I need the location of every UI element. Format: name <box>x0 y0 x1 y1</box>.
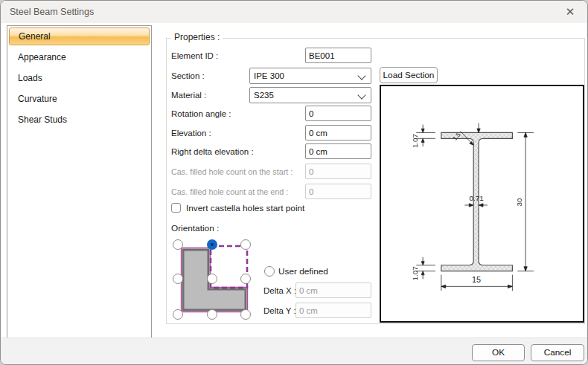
steel-beam-settings-dialog: Steel Beam Settings ✕ General Appearance… <box>0 0 588 365</box>
right-delta-elevation-input[interactable] <box>305 143 371 159</box>
elevation-input[interactable] <box>305 125 371 140</box>
right-delta-elevation-label: Right delta elevation : <box>171 143 254 160</box>
orientation-radio-center[interactable] <box>207 274 217 284</box>
delta-x-label: Delta X : <box>263 282 296 299</box>
i-beam-drawing: 1.07 1.5 0.71 <box>381 86 583 321</box>
sidebar-item-curvature[interactable]: Curvature <box>7 88 151 109</box>
orientation-radio-bottom-right[interactable] <box>240 309 251 320</box>
load-section-button[interactable]: Load Section <box>380 67 438 83</box>
orientation-radio-bottom-left[interactable] <box>173 309 183 320</box>
delta-x-input <box>295 282 371 298</box>
delta-y-label: Delta Y : <box>263 303 296 319</box>
orientation-label: Orientation : <box>171 220 219 236</box>
dialog-footer: OK Cancel <box>1 337 587 365</box>
close-button[interactable]: ✕ <box>557 1 583 23</box>
dim-width-text: 15 <box>472 275 481 284</box>
rotation-angle-input[interactable] <box>305 106 371 121</box>
chevron-down-icon <box>357 91 365 99</box>
section-value: IPE 300 <box>254 68 284 83</box>
elevation-label: Elevation : <box>171 125 211 141</box>
material-value: S235 <box>254 88 274 103</box>
orientation-radio-bottom-center[interactable] <box>207 309 217 320</box>
properties-group: Properties : Element ID : Section : IPE … <box>166 38 585 324</box>
user-defined-radio[interactable] <box>264 266 275 277</box>
sidebar-item-label: Curvature <box>18 94 57 104</box>
cas-hole-end-label: Cas. filled hole count at the end : <box>171 184 288 200</box>
delta-y-input <box>295 303 371 318</box>
cancel-label: Cancel <box>544 347 572 358</box>
orientation-radio-top-left[interactable] <box>173 239 183 250</box>
element-id-label: Element ID : <box>171 48 218 64</box>
section-label: Section : <box>171 68 205 84</box>
rotation-angle-label: Rotation angle : <box>171 106 231 122</box>
material-combobox[interactable]: S235 <box>249 87 371 103</box>
section-preview-canvas: 1.07 1.5 0.71 <box>380 85 584 323</box>
sidebar-item-label: General <box>19 31 51 42</box>
element-id-input[interactable] <box>305 48 371 63</box>
orientation-radio-middle-right[interactable] <box>240 274 251 284</box>
sidebar-item-label: Shear Studs <box>18 114 67 125</box>
orientation-radio-top-right[interactable] <box>240 239 251 250</box>
cancel-button[interactable]: Cancel <box>531 344 584 361</box>
sidebar-item-general[interactable]: General <box>9 28 150 45</box>
sidebar-item-label: Appearance <box>18 52 66 62</box>
invert-castella-checkbox[interactable] <box>171 203 181 213</box>
titlebar: Steel Beam Settings ✕ <box>1 1 587 23</box>
cas-hole-start-input <box>305 164 371 179</box>
cas-hole-start-label: Cas. filled hole count on the start : <box>171 164 293 180</box>
settings-category-list: General Appearance Loads Curvature Shear… <box>7 25 152 338</box>
chevron-down-icon <box>357 71 365 80</box>
ok-label: OK <box>492 347 505 358</box>
cas-hole-end-input <box>305 184 371 199</box>
user-defined-label: User defined <box>278 263 328 280</box>
properties-group-label: Properties : <box>171 32 223 42</box>
orientation-radio-top-center[interactable] <box>207 239 217 250</box>
sidebar-item-label: Loads <box>18 73 42 83</box>
dim-bottom-flange-text: 1.07 <box>411 266 419 280</box>
dim-web-text: 0.71 <box>470 194 484 202</box>
close-icon: ✕ <box>566 5 575 18</box>
sidebar-item-shear-studs[interactable]: Shear Studs <box>7 109 151 130</box>
dim-top-flange-text: 1.07 <box>411 134 419 148</box>
invert-castella-label: Invert castella holes start point <box>186 203 304 213</box>
ok-button[interactable]: OK <box>472 344 525 361</box>
orientation-radio-middle-left[interactable] <box>173 274 183 284</box>
load-section-label: Load Section <box>383 70 435 80</box>
sidebar-item-appearance[interactable]: Appearance <box>7 47 151 68</box>
sidebar-item-loads[interactable]: Loads <box>7 68 151 88</box>
dim-height-text: 30 <box>515 198 523 206</box>
section-combobox[interactable]: IPE 300 <box>249 68 371 84</box>
window-title: Steel Beam Settings <box>10 1 94 23</box>
material-label: Material : <box>171 87 206 103</box>
